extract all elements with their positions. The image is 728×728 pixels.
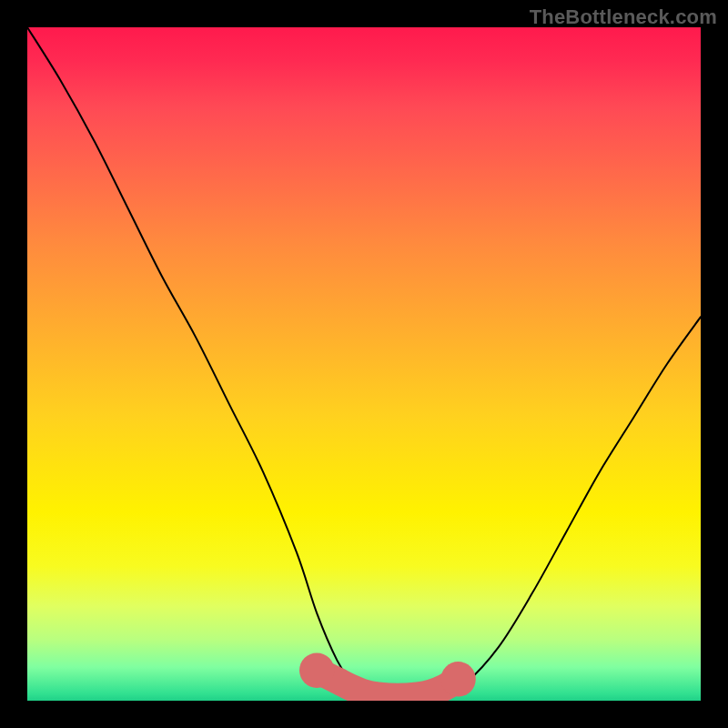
chart-curve (27, 27, 701, 699)
optimal-range-endpoint (440, 662, 475, 696)
chart-plot-area (27, 27, 701, 701)
bottleneck-curve (27, 27, 701, 699)
chart-svg (27, 27, 701, 701)
chart-markers (299, 653, 476, 697)
watermark-text: TheBottleneck.com (530, 5, 717, 29)
chart-frame: TheBottleneck.com (0, 0, 728, 728)
optimal-range-band (317, 671, 458, 697)
optimal-range-endpoint (299, 653, 334, 688)
